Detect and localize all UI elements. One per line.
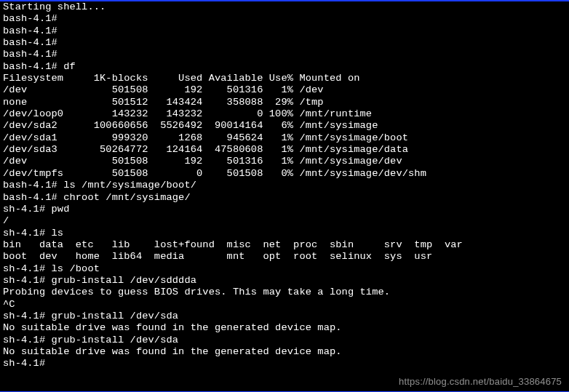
watermark-text: https://blog.csdn.net/baidu_33864675 — [399, 376, 562, 387]
terminal-output[interactable]: Starting shell... bash-4.1# bash-4.1# ba… — [0, 1, 569, 370]
